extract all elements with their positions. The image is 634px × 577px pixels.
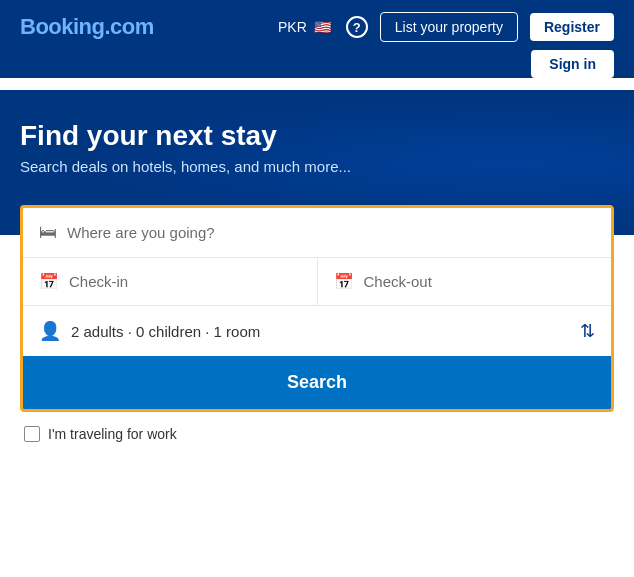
date-row: 📅 Check-in 📅 Check-out [23, 258, 611, 306]
currency-selector[interactable]: PKR 🇺🇸 [278, 16, 334, 38]
currency-label: PKR [278, 19, 307, 35]
work-travel-label: I'm traveling for work [48, 426, 177, 442]
calendar-out-icon: 📅 [334, 272, 354, 291]
bed-icon: 🛏 [39, 222, 57, 243]
checkout-field[interactable]: 📅 Check-out [318, 258, 612, 305]
checkout-placeholder: Check-out [364, 273, 432, 290]
search-button[interactable]: Search [23, 356, 611, 409]
header-second-row: Sign in [20, 50, 614, 78]
hero-title: Find your next stay [20, 120, 614, 152]
flag-icon: 🇺🇸 [312, 16, 334, 38]
list-property-button[interactable]: List your property [380, 12, 518, 42]
chevron-icon: ⇅ [580, 320, 595, 342]
search-box: 🛏 Where are you going? 📅 Check-in 📅 Chec… [20, 205, 614, 412]
guests-field[interactable]: 👤 2 adults · 0 children · 1 room ⇅ [23, 306, 611, 356]
signin-button[interactable]: Sign in [531, 50, 614, 78]
logo[interactable]: Booking.com [20, 14, 154, 40]
header: PKR 🇺🇸 ? List your property Register Sig… [0, 0, 634, 78]
help-button[interactable]: ? [346, 16, 368, 38]
footer-area: I'm traveling for work [0, 412, 634, 456]
person-icon: 👤 [39, 320, 61, 342]
register-button[interactable]: Register [530, 13, 614, 41]
hero-subtitle: Search deals on hotels, homes, and much … [20, 158, 614, 175]
destination-field[interactable]: 🛏 Where are you going? [23, 208, 611, 258]
work-travel-checkbox[interactable] [24, 426, 40, 442]
checkin-placeholder: Check-in [69, 273, 128, 290]
calendar-icon: 📅 [39, 272, 59, 291]
guests-value: 2 adults · 0 children · 1 room [71, 323, 570, 340]
destination-placeholder: Where are you going? [67, 224, 215, 241]
checkin-field[interactable]: 📅 Check-in [23, 258, 318, 305]
